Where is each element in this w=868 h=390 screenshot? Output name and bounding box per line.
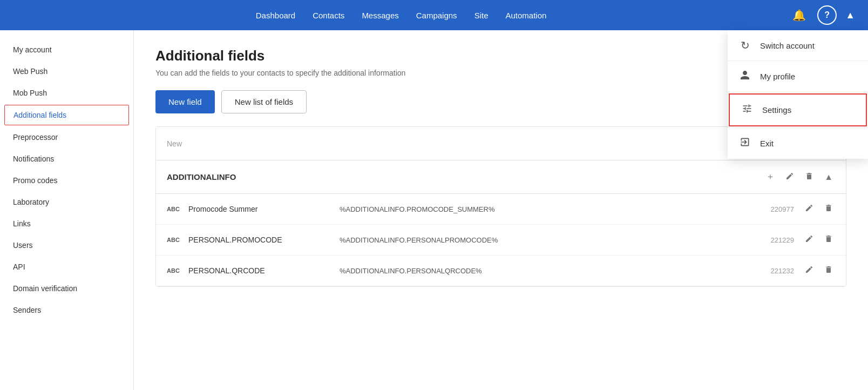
help-button[interactable]: ? (817, 5, 837, 25)
nav-contacts[interactable]: Contacts (313, 11, 344, 20)
field-name-3: PERSONAL.QRCODE (188, 266, 340, 275)
table-row: ABC PERSONAL.PROMOCODE %ADDITIONALINFO.P… (156, 225, 846, 255)
dropdown-settings[interactable]: Settings (729, 93, 867, 126)
additionalinfo-collapse-button[interactable]: ▲ (822, 170, 835, 184)
sidebar: My account Web Push Mob Push Additional … (0, 30, 134, 390)
field-2-delete-button[interactable] (822, 232, 835, 247)
field-name-2: PERSONAL.PROMOCODE (188, 236, 340, 244)
new-field-button[interactable]: New field (155, 90, 215, 113)
additionalinfo-delete-button[interactable] (803, 170, 816, 185)
switch-account-icon: ↻ (738, 39, 751, 52)
field-id-3: 221232 (751, 267, 794, 275)
dropdown-my-profile-label: My profile (760, 72, 795, 81)
dropdown-exit[interactable]: Exit (728, 128, 868, 159)
sidebar-item-my-account[interactable]: My account (0, 39, 133, 60)
user-menu-toggle-button[interactable]: ▲ (845, 10, 855, 21)
sidebar-item-promo-codes[interactable]: Promo codes (0, 170, 133, 191)
field-2-edit-button[interactable] (803, 232, 816, 247)
dropdown-settings-label: Settings (762, 105, 791, 115)
sidebar-item-domain-verification[interactable]: Domain verification (0, 278, 133, 299)
field-macro-3: %ADDITIONALINFO.PERSONALQRCODE% (340, 267, 751, 275)
field-1-actions (803, 201, 835, 217)
sidebar-item-links[interactable]: Links (0, 213, 133, 234)
additionalinfo-section-actions: ＋ ▲ (764, 169, 835, 185)
dropdown-my-profile[interactable]: My profile (728, 61, 868, 92)
my-profile-icon (738, 70, 751, 83)
settings-icon (741, 103, 754, 117)
top-navigation: Dashboard Contacts Messages Campaigns Si… (0, 0, 868, 30)
nav-right-actions: 🔔 ? ▲ (789, 5, 855, 25)
additionalinfo-add-button[interactable]: ＋ (764, 169, 777, 185)
field-type-2: ABC (167, 237, 188, 243)
sidebar-item-additional-fields[interactable]: Additional fields (4, 105, 129, 125)
sidebar-item-senders[interactable]: Senders (0, 299, 133, 321)
additionalinfo-section-title: ADDITIONALINFO (167, 172, 764, 181)
field-1-edit-button[interactable] (803, 201, 816, 217)
dropdown-exit-label: Exit (760, 139, 774, 148)
dropdown-switch-account[interactable]: ↻ Switch account (728, 30, 868, 60)
sidebar-item-laboratory[interactable]: Laboratory (0, 191, 133, 213)
new-list-of-fields-button[interactable]: New list of fields (221, 90, 307, 113)
field-1-delete-button[interactable] (822, 201, 835, 217)
user-dropdown-menu: ↻ Switch account My profile Settings Exi… (728, 30, 868, 159)
field-id-2: 221229 (751, 236, 794, 244)
sidebar-item-preprocessor[interactable]: Preprocessor (0, 126, 133, 148)
field-type-3: ABC (167, 267, 188, 274)
dropdown-switch-account-label: Switch account (760, 41, 815, 50)
field-id-1: 220977 (751, 205, 794, 213)
dropdown-divider-2 (728, 92, 868, 92)
field-name-1: Promocode Summer (188, 205, 340, 213)
nav-campaigns[interactable]: Campaigns (416, 11, 457, 20)
field-macro-2: %ADDITIONALINFO.PERSONALPROMOCODE% (340, 236, 751, 244)
sidebar-item-web-push[interactable]: Web Push (0, 60, 133, 82)
field-type-1: ABC (167, 206, 188, 212)
nav-dashboard[interactable]: Dashboard (256, 11, 295, 20)
sidebar-item-notifications[interactable]: Notifications (0, 148, 133, 170)
notifications-bell-button[interactable]: 🔔 (789, 5, 809, 25)
table-row: ABC Promocode Summer %ADDITIONALINFO.PRO… (156, 194, 846, 225)
sidebar-item-mob-push[interactable]: Mob Push (0, 82, 133, 104)
additionalinfo-edit-button[interactable] (783, 170, 796, 185)
field-3-delete-button[interactable] (822, 263, 835, 278)
field-3-edit-button[interactable] (803, 263, 816, 278)
sidebar-item-api[interactable]: API (0, 256, 133, 278)
nav-links: Dashboard Contacts Messages Campaigns Si… (13, 11, 789, 20)
exit-icon (738, 137, 751, 150)
field-3-actions (803, 263, 835, 278)
new-section-label: New (167, 139, 783, 148)
field-2-actions (803, 232, 835, 247)
table-row: ABC PERSONAL.QRCODE %ADDITIONALINFO.PERS… (156, 255, 846, 286)
additionalinfo-section-row: ADDITIONALINFO ＋ ▲ (156, 160, 846, 194)
nav-site[interactable]: Site (474, 11, 489, 20)
sidebar-item-users[interactable]: Users (0, 234, 133, 256)
nav-automation[interactable]: Automation (505, 11, 546, 20)
nav-messages[interactable]: Messages (362, 11, 398, 20)
field-macro-1: %ADDITIONALINFO.PROMOCODE_SUMMER% (340, 205, 751, 213)
